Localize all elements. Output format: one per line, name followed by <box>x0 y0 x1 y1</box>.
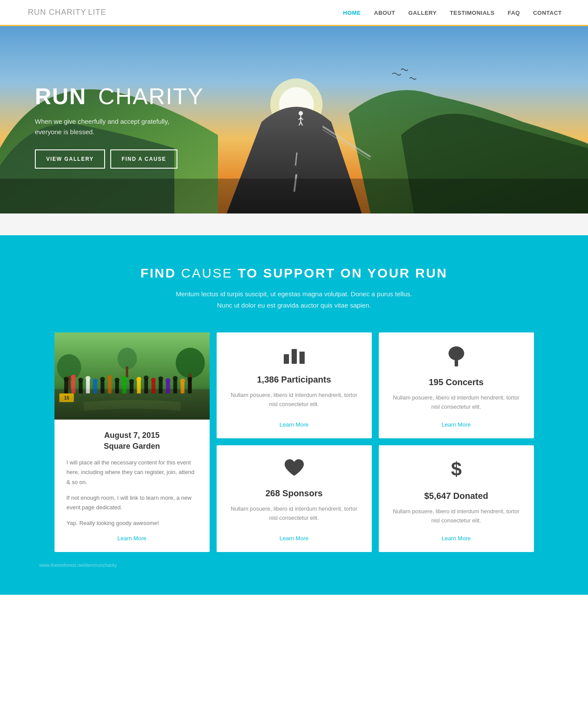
nav-item-home[interactable]: HOME <box>343 9 361 17</box>
svg-point-49 <box>158 376 163 381</box>
participants-learn-more-link[interactable]: Learn More <box>279 421 308 428</box>
hero-subtitle: When we give cheerfully and accept grate… <box>35 116 183 137</box>
find-cause-title: FIND CAUSE TO SUPPORT ON YOUR RUN <box>35 266 553 281</box>
donated-card: $ $5,647 Donated Nullam posuere, libero … <box>379 445 534 552</box>
svg-rect-60 <box>284 354 289 364</box>
nav-item-contact[interactable]: CONTACT <box>533 9 562 17</box>
svg-point-45 <box>143 376 148 380</box>
hero-buttons: VIEW GALLERY FIND A CAUSE <box>35 149 204 169</box>
svg-point-19 <box>117 348 137 369</box>
heart-icon <box>283 458 306 481</box>
svg-rect-40 <box>129 383 133 393</box>
svg-point-53 <box>173 376 177 380</box>
svg-rect-48 <box>159 380 163 393</box>
title-cause: CAUSE <box>181 266 233 280</box>
svg-point-29 <box>85 376 90 380</box>
nav-item-about[interactable]: ABOUT <box>374 9 395 17</box>
participants-number: 1,386 Participants <box>257 375 331 385</box>
svg-rect-52 <box>173 379 177 393</box>
svg-rect-28 <box>86 379 90 393</box>
svg-rect-13 <box>0 179 588 213</box>
donated-number: $5,647 Donated <box>424 491 488 501</box>
svg-rect-64 <box>455 359 458 366</box>
svg-rect-24 <box>71 378 75 393</box>
footer-url: www.themeforest.net/item/runcharity <box>39 562 117 568</box>
find-cause-button[interactable]: FIND A CAUSE <box>110 149 177 169</box>
brand-light: LITE <box>88 8 106 17</box>
svg-point-39 <box>122 376 126 380</box>
event-learn-more-link[interactable]: Learn More <box>67 535 197 542</box>
svg-point-33 <box>100 377 105 381</box>
svg-point-31 <box>92 379 97 383</box>
participants-card: 1,386 Participants Nullam posuere, liber… <box>217 332 372 438</box>
donated-learn-more-link[interactable]: Learn More <box>442 535 470 542</box>
svg-rect-62 <box>299 352 305 364</box>
svg-rect-36 <box>115 381 119 393</box>
nav-link-gallery[interactable]: GALLERY <box>408 10 437 16</box>
nav-item-faq[interactable]: FAQ <box>508 9 520 17</box>
svg-rect-54 <box>180 382 184 393</box>
svg-rect-22 <box>64 380 68 393</box>
hero-title: RUN CHARITY <box>35 84 204 109</box>
svg-point-35 <box>107 375 112 379</box>
brand-logo[interactable]: RUN CHARITYLITE <box>26 8 106 17</box>
svg-point-57 <box>187 377 192 381</box>
find-cause-header: FIND CAUSE TO SUPPORT ON YOUR RUN Mentum… <box>35 266 553 311</box>
section-separator <box>0 213 588 235</box>
svg-text:15: 15 <box>64 396 69 400</box>
svg-rect-46 <box>151 381 155 393</box>
svg-rect-61 <box>292 349 297 364</box>
svg-point-27 <box>78 378 83 382</box>
svg-rect-42 <box>137 380 141 393</box>
donated-desc: Nullam posuere, libero id interdum hendr… <box>391 507 522 525</box>
svg-rect-44 <box>144 379 148 393</box>
svg-point-55 <box>180 379 185 383</box>
sponsors-desc: Nullam posuere, libero id interdum hendr… <box>229 505 360 523</box>
event-body: August 7, 2015Square Garden I will place… <box>54 420 210 552</box>
dollar-icon: $ <box>445 458 468 484</box>
sponsors-card: 268 Sponsors Nullam posuere, libero id i… <box>217 445 372 552</box>
svg-rect-20 <box>126 366 128 377</box>
sponsors-learn-more-link[interactable]: Learn More <box>279 535 308 542</box>
svg-rect-50 <box>166 382 170 393</box>
svg-rect-58 <box>59 393 74 402</box>
svg-point-5 <box>299 111 303 115</box>
concerts-card: 195 Concerts Nullam posuere, libero id i… <box>379 332 534 438</box>
title-find: FIND <box>140 266 176 280</box>
brand-bold: RUN CHARITY <box>28 8 86 17</box>
concerts-desc: Nullam posuere, libero id interdum hendr… <box>391 393 522 412</box>
nav-link-about[interactable]: ABOUT <box>374 10 395 16</box>
sponsors-number: 268 Sponsors <box>265 488 323 498</box>
svg-point-23 <box>64 377 68 381</box>
svg-point-63 <box>449 346 464 360</box>
svg-rect-34 <box>108 379 112 393</box>
nav-item-testimonials[interactable]: TESTIMONIALS <box>450 9 495 17</box>
participants-desc: Nullam posuere, libero id interdum hendr… <box>229 391 360 409</box>
svg-rect-26 <box>78 381 82 393</box>
tree-icon <box>445 346 468 370</box>
event-desc-3: Yap. Really looking goody awesome! <box>67 518 197 528</box>
svg-rect-21 <box>54 389 210 420</box>
nav-link-faq[interactable]: FAQ <box>508 10 520 16</box>
hero-content: RUN CHARITY When we give cheerfully and … <box>0 71 204 168</box>
event-image: 15 <box>54 332 210 420</box>
view-gallery-button[interactable]: VIEW GALLERY <box>35 149 105 169</box>
nav-link-home[interactable]: HOME <box>343 10 361 16</box>
svg-rect-32 <box>100 380 104 393</box>
event-date: August 7, 2015Square Garden <box>67 430 197 452</box>
footer-url-area: www.themeforest.net/item/runcharity <box>35 561 553 569</box>
crowd-scene-svg: 15 <box>54 332 210 420</box>
nav-link-testimonials[interactable]: TESTIMONIALS <box>450 10 495 16</box>
nav-link-contact[interactable]: CONTACT <box>533 10 562 16</box>
find-cause-section: FIND CAUSE TO SUPPORT ON YOUR RUN Mentum… <box>0 235 588 595</box>
concerts-learn-more-link[interactable]: Learn More <box>442 421 470 428</box>
hero-title-light: CHARITY <box>98 84 204 109</box>
cards-grid: 15 August 7, 2015Square Garden I will pl… <box>54 332 534 552</box>
svg-point-17 <box>176 348 205 378</box>
navbar: RUN CHARITYLITE HOME ABOUT GALLERY TESTI… <box>0 0 588 26</box>
hero-title-bold: RUN <box>35 84 87 109</box>
concerts-number: 195 Concerts <box>429 377 484 387</box>
svg-point-25 <box>71 375 75 379</box>
nav-item-gallery[interactable]: GALLERY <box>408 9 437 17</box>
svg-point-43 <box>136 377 141 381</box>
